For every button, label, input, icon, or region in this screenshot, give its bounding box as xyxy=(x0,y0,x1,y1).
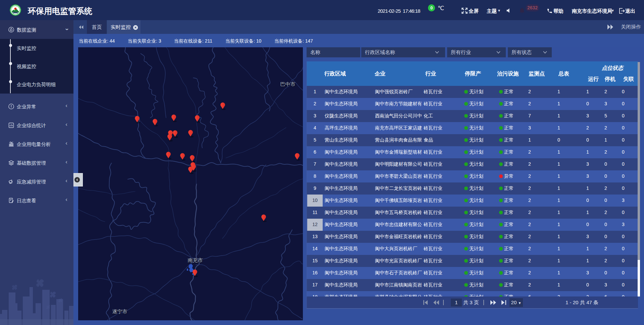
svg-text:南充市: 南充市 xyxy=(188,257,203,263)
svg-text:遂宁市: 遂宁市 xyxy=(112,309,127,314)
svg-text:巴中市: 巴中市 xyxy=(280,81,296,87)
